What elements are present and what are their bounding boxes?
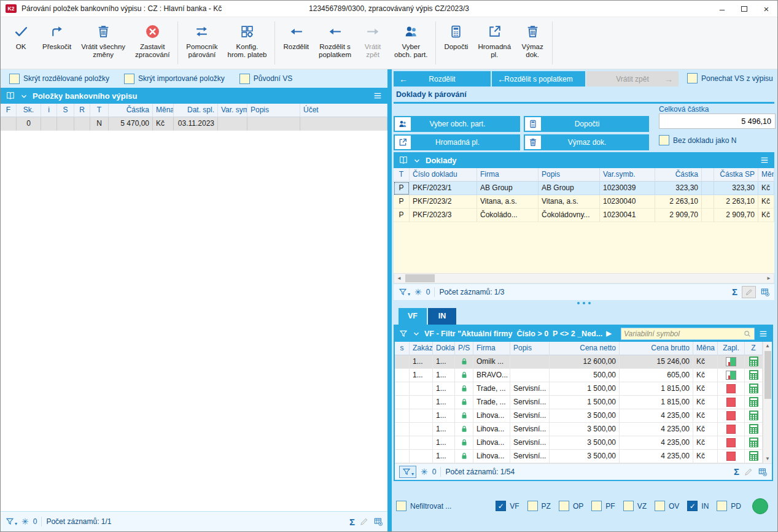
- toolbar-pair-helper-button[interactable]: Pomocník párování: [181, 20, 222, 66]
- tab-vf[interactable]: VF: [399, 308, 427, 325]
- invoice-grid-header-cell[interactable]: Zakáz: [410, 342, 433, 355]
- split-with-fee-button[interactable]: ← Rozdělit s poplatkem: [492, 71, 585, 87]
- type-ov-checkbox[interactable]: [655, 501, 665, 511]
- panel-splitter-horizontal[interactable]: [394, 300, 774, 307]
- play-icon[interactable]: ▶: [606, 330, 611, 337]
- type-pf-checkbox-group[interactable]: PF: [591, 501, 615, 511]
- docs-grid-header-cell[interactable]: Firma: [477, 168, 539, 182]
- variable-symbol-input[interactable]: [624, 330, 743, 338]
- type-op-checkbox-label[interactable]: OP: [573, 502, 583, 511]
- toolbar-pick-partner-button[interactable]: Vyber obch. part.: [389, 20, 432, 66]
- scroll-left-icon[interactable]: ◄: [394, 276, 404, 281]
- book-icon[interactable]: [6, 91, 15, 101]
- invoice-grid-header-cell[interactable]: Popis: [510, 342, 550, 355]
- bank-items-header-cell[interactable]: Měna: [153, 104, 174, 117]
- invoice-row[interactable]: 1...Lihova...Servisní...3 500,004 235,00…: [395, 436, 763, 450]
- filter-icon[interactable]: ▾: [5, 517, 17, 526]
- grid-vertical-scrollbar[interactable]: ▲ ▼: [763, 342, 772, 463]
- no-doc-label[interactable]: Bez dokladu jako N: [673, 136, 736, 145]
- keep-vs-label[interactable]: Ponechat VS z výpisu: [701, 74, 773, 83]
- maximize-button[interactable]: [733, 1, 755, 17]
- minimize-button[interactable]: –: [711, 1, 733, 17]
- docs-grid-header-cell[interactable]: Popis: [539, 168, 600, 182]
- funnel-icon[interactable]: [399, 329, 408, 339]
- hide-imported-checkbox[interactable]: [124, 74, 134, 84]
- delete-doc-button[interactable]: Výmaz dok.: [524, 134, 649, 150]
- type-ov-checkbox-group[interactable]: OV: [655, 501, 679, 511]
- type-pd-checkbox[interactable]: [717, 501, 727, 511]
- invoice-grid-header-cell[interactable]: Dokla: [433, 342, 455, 355]
- bank-items-header-cell[interactable]: S: [57, 104, 74, 117]
- scroll-thumb[interactable]: [405, 274, 435, 282]
- hide-imported-checkbox-label[interactable]: Skrýt importované položky: [138, 74, 225, 83]
- docs-grid-header-cell[interactable]: Částka SP: [714, 168, 758, 182]
- type-in-checkbox-group[interactable]: ✓IN: [687, 501, 709, 511]
- docs-grid-header-cell[interactable]: Měna: [758, 168, 774, 182]
- docs-grid-header-cell[interactable]: Var.symb.: [600, 168, 655, 182]
- split-button[interactable]: ← Rozdělit: [394, 71, 491, 87]
- toolbar-compute-button[interactable]: Dopočti: [439, 20, 473, 66]
- filter-icon[interactable]: ▾: [399, 466, 416, 478]
- panel-splitter[interactable]: [387, 69, 392, 531]
- type-vz-checkbox-label[interactable]: VZ: [637, 502, 647, 511]
- filter-icon[interactable]: ▾: [398, 287, 410, 297]
- type-pd-checkbox-group[interactable]: PD: [717, 501, 741, 511]
- original-vs-checkbox[interactable]: [239, 74, 250, 84]
- book-icon[interactable]: [399, 155, 408, 166]
- invoice-grid-header-cell[interactable]: s: [395, 342, 410, 355]
- invoice-row[interactable]: 1...Trade, ...Servisní...1 500,001 815,0…: [395, 382, 763, 396]
- docs-grid-header-cell[interactable]: T: [394, 168, 410, 182]
- menu-icon[interactable]: [758, 329, 768, 339]
- unfiltered-checkbox-label[interactable]: Nefiltrovat ...: [410, 502, 451, 511]
- edit-icon[interactable]: [744, 467, 753, 477]
- invoice-grid-header-cell[interactable]: Cena brutto: [620, 342, 693, 355]
- invoice-row[interactable]: 1...Lihova...Servisní...3 500,004 235,00…: [395, 409, 763, 423]
- pin-icon[interactable]: ✳: [414, 287, 422, 297]
- type-pz-checkbox-label[interactable]: PZ: [542, 502, 551, 511]
- unfiltered-checkbox-group[interactable]: Nefiltrovat ...: [396, 501, 451, 511]
- chevron-down-icon[interactable]: [412, 329, 421, 338]
- bank-items-header-cell[interactable]: F: [1, 104, 17, 117]
- invoice-row[interactable]: 1...1...BRAVO...500,00605,00Kč: [395, 369, 763, 382]
- bank-items-header-cell[interactable]: Účet: [300, 104, 387, 117]
- doc-row[interactable]: PPKF/2023/1AB GroupAB Group10230039323,3…: [394, 182, 774, 195]
- table-add-icon[interactable]: [758, 467, 768, 477]
- toolbar-split-button[interactable]: Rozdělit: [278, 20, 314, 66]
- invoice-row[interactable]: 1...Lihova...Servisní...3 500,004 235,00…: [395, 423, 763, 436]
- scroll-right-icon[interactable]: ►: [764, 276, 774, 281]
- invoice-grid-header-cell[interactable]: P/S: [455, 342, 473, 355]
- toolbar-stop-button[interactable]: Zastavit zpracování: [130, 20, 174, 66]
- bank-items-header-cell[interactable]: Popis: [247, 104, 300, 117]
- edit-icon[interactable]: [742, 286, 756, 298]
- invoice-row[interactable]: 1...1...Omilk ...12 600,0015 246,00Kč: [395, 355, 763, 369]
- invoice-grid-header-cell[interactable]: Z: [745, 342, 763, 355]
- chevron-down-icon[interactable]: [20, 91, 28, 101]
- invoice-row[interactable]: 1...Lihova...Servisní...3 500,004 235,00…: [395, 450, 763, 463]
- keep-vs-checkbox[interactable]: [687, 73, 698, 83]
- unfiltered-checkbox[interactable]: [396, 501, 407, 511]
- scroll-thumb[interactable]: [764, 351, 771, 399]
- keep-vs-checkbox-group[interactable]: Ponechat VS z výpisu: [687, 71, 773, 83]
- edit-icon[interactable]: [359, 517, 369, 526]
- original-vs-checkbox-group[interactable]: Původní VS: [239, 74, 292, 84]
- docs-grid-header-cell[interactable]: [702, 168, 714, 182]
- bank-items-header-cell[interactable]: i: [41, 104, 57, 117]
- bank-items-header-cell[interactable]: Částka: [109, 104, 153, 117]
- table-add-icon[interactable]: [373, 517, 383, 526]
- pin-icon[interactable]: ✳: [421, 467, 428, 477]
- invoice-grid-header-cell[interactable]: Firma: [473, 342, 510, 355]
- type-op-checkbox-group[interactable]: OP: [559, 501, 583, 511]
- type-pf-checkbox[interactable]: [591, 501, 602, 511]
- bank-items-grid[interactable]: FSk.iSRTČástkaMěnaDat. spl.Var. sym.Popi…: [1, 104, 387, 131]
- type-vf-checkbox-group[interactable]: ✓VF: [496, 501, 519, 511]
- table-add-icon[interactable]: [760, 287, 770, 297]
- bank-item-row[interactable]: 0N5 470,00Kč03.11.2023: [1, 117, 387, 131]
- hide-split-checkbox[interactable]: [9, 74, 20, 84]
- toolbar-bulk-config-button[interactable]: Konfig. hrom. plateb: [223, 20, 272, 66]
- type-in-checkbox-label[interactable]: IN: [701, 502, 709, 511]
- no-doc-checkbox-group[interactable]: Bez dokladu jako N: [659, 135, 736, 145]
- pin-icon[interactable]: ✳: [21, 517, 29, 526]
- bank-items-header-cell[interactable]: Dat. spl.: [174, 104, 218, 117]
- hide-split-checkbox-group[interactable]: Skrýt rozdělované položky: [9, 74, 109, 84]
- original-vs-checkbox-label[interactable]: Původní VS: [254, 74, 292, 83]
